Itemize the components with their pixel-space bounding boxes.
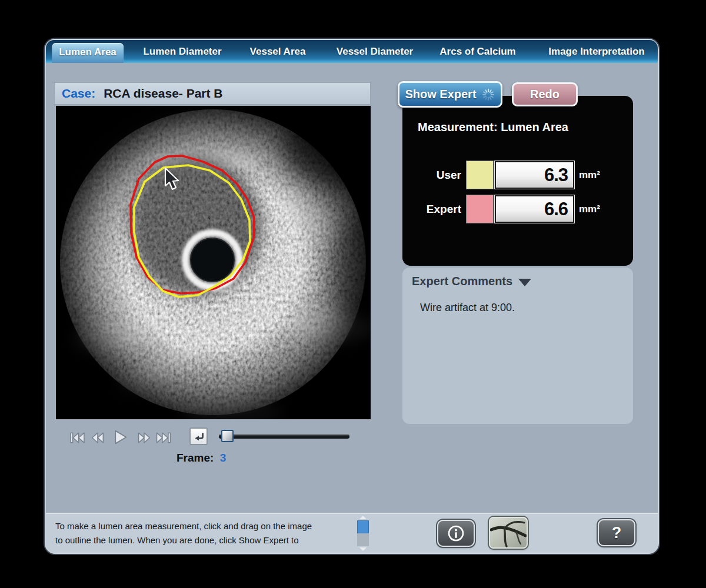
tab-lumen-diameter[interactable]: Lumen Diameter xyxy=(136,40,228,63)
show-expert-button[interactable]: Show Expert xyxy=(398,81,502,108)
spinner-icon xyxy=(481,88,495,102)
redo-button[interactable]: Redo xyxy=(512,82,578,106)
info-button[interactable] xyxy=(437,520,475,547)
frame-slider-thumb[interactable] xyxy=(221,430,234,442)
screen-background: Lumen Area Lumen Diameter Vessel Area Ve… xyxy=(0,0,706,588)
scroll-up-icon[interactable] xyxy=(359,516,367,519)
case-title-bar: Case: RCA disease- Part B xyxy=(54,82,371,105)
angiogram-image xyxy=(490,518,527,547)
frame-label: Frame: xyxy=(176,452,214,464)
expert-comment-text: Wire artifact at 9:00. xyxy=(420,302,515,314)
show-expert-label: Show Expert xyxy=(405,88,476,101)
instruction-text: To make a lumen area measurement, click … xyxy=(55,519,361,547)
user-label: User xyxy=(402,161,461,189)
fast-forward-icon[interactable] xyxy=(136,430,152,445)
skip-first-icon[interactable] xyxy=(69,430,85,445)
scroll-down-icon[interactable] xyxy=(359,547,367,551)
loop-icon xyxy=(193,431,205,442)
measurement-title: Measurement: Lumen Area xyxy=(418,121,568,134)
expert-comments-panel: Expert Comments Wire artifact at 9:00. xyxy=(402,268,633,424)
measurement-panel: Measurement: Lumen Area User 6.3 mm² Exp… xyxy=(402,96,633,266)
tab-bar: Lumen Area Lumen Diameter Vessel Area Ve… xyxy=(46,40,658,63)
user-color-swatch xyxy=(466,161,494,189)
expert-comments-header: Expert Comments xyxy=(412,275,512,288)
tab-arcs-of-calcium[interactable]: Arcs of Calcium xyxy=(432,40,522,63)
frame-indicator: Frame: 3 xyxy=(176,452,226,465)
measurement-row-user: User 6.3 mm² xyxy=(402,161,633,189)
ivus-image-canvas[interactable] xyxy=(56,106,371,419)
info-icon xyxy=(447,524,465,542)
angiogram-thumbnail-button[interactable] xyxy=(489,517,528,549)
expert-comments-toggle[interactable]: Expert Comments xyxy=(412,275,531,288)
instruction-line-1: To make a lumen area measurement, click … xyxy=(55,519,361,533)
play-icon[interactable] xyxy=(111,429,128,446)
expert-color-swatch xyxy=(466,195,494,223)
case-label: Case: xyxy=(62,86,95,101)
user-value: 6.3 xyxy=(495,161,574,189)
footer-bar: To make a lumen area measurement, click … xyxy=(46,513,658,553)
user-unit: mm² xyxy=(579,161,600,189)
expert-value: 6.6 xyxy=(495,195,574,223)
help-button[interactable]: ? xyxy=(598,519,635,546)
instruction-line-2: to outline the lumen. When you are done,… xyxy=(55,533,361,547)
catheter-core xyxy=(191,238,234,282)
tab-image-interpretation[interactable]: Image Interpretation xyxy=(541,40,651,63)
measurement-row-expert: Expert 6.6 mm² xyxy=(402,195,633,223)
rewind-icon[interactable] xyxy=(90,430,105,445)
ivus-ultrasound-image xyxy=(56,106,371,419)
frame-slider-track[interactable] xyxy=(219,434,349,439)
expert-label: Expert xyxy=(402,195,461,223)
scrollbar-thumb[interactable] xyxy=(357,520,369,533)
help-label: ? xyxy=(612,524,622,542)
scrollbar-track[interactable] xyxy=(357,533,369,546)
expert-unit: mm² xyxy=(579,195,600,223)
skip-last-icon[interactable] xyxy=(155,430,172,445)
case-title: RCA disease- Part B xyxy=(104,86,222,101)
app-window: Lumen Area Lumen Diameter Vessel Area Ve… xyxy=(46,40,658,553)
tab-vessel-diameter[interactable]: Vessel Diameter xyxy=(329,40,420,63)
loop-button[interactable] xyxy=(189,427,208,445)
instruction-scrollbar[interactable] xyxy=(357,516,369,551)
tab-lumen-area[interactable]: Lumen Area xyxy=(52,43,124,63)
triangle-down-icon xyxy=(518,279,531,286)
tab-vessel-area[interactable]: Vessel Area xyxy=(243,40,313,63)
redo-label: Redo xyxy=(530,88,560,101)
frame-slider[interactable] xyxy=(219,430,349,443)
frame-value: 3 xyxy=(220,452,227,464)
